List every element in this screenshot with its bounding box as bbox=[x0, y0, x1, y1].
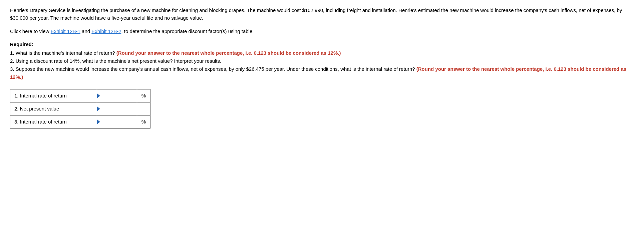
answer-table-section: 1. Internal rate of return%2. Net presen… bbox=[10, 89, 634, 129]
table-row: 2. Net present value bbox=[10, 102, 150, 115]
exhibit-12b2-link[interactable]: Exhibit 12B-2 bbox=[91, 28, 121, 34]
table-row: 3. Internal rate of return% bbox=[10, 115, 150, 128]
click-line: Click here to view Exhibit 12B-1 and Exh… bbox=[10, 28, 634, 35]
intro-paragraph: Henrie's Drapery Service is investigatin… bbox=[10, 7, 634, 22]
row-2-label: 2. Net present value bbox=[10, 102, 97, 115]
q1-prefix: 1. What is the machine's internal rate o… bbox=[10, 50, 116, 56]
click-prefix: Click here to view bbox=[10, 28, 51, 34]
question-1: 1. What is the machine's internal rate o… bbox=[10, 49, 634, 57]
row-2-triangle-icon bbox=[97, 106, 100, 111]
row-3-input[interactable] bbox=[97, 116, 137, 128]
row-1-label: 1. Internal rate of return bbox=[10, 89, 97, 102]
answer-table: 1. Internal rate of return%2. Net presen… bbox=[10, 89, 150, 129]
exhibit-12b1-link[interactable]: Exhibit 12B-1 bbox=[51, 28, 80, 34]
row-2-input[interactable] bbox=[97, 102, 137, 115]
click-connector: and bbox=[80, 28, 91, 34]
q3-prefix: 3. Suppose the new machine would increas… bbox=[10, 66, 416, 72]
row-2-percent bbox=[137, 102, 150, 115]
row-3-label: 3. Internal rate of return bbox=[10, 115, 97, 128]
row-3-percent: % bbox=[137, 115, 150, 128]
row-1-input[interactable] bbox=[97, 89, 137, 102]
row-1-input-cell[interactable] bbox=[97, 89, 137, 102]
required-label: Required: bbox=[10, 41, 634, 47]
click-suffix: , to determine the appropriate discount … bbox=[121, 28, 254, 34]
question-block: 1. What is the machine's internal rate o… bbox=[10, 49, 634, 81]
required-section: Required: 1. What is the machine's inter… bbox=[10, 41, 634, 81]
row-3-triangle-icon bbox=[97, 120, 100, 124]
question-3: 3. Suppose the new machine would increas… bbox=[10, 65, 634, 81]
row-3-input-cell[interactable] bbox=[97, 115, 137, 128]
row-1-percent: % bbox=[137, 89, 150, 102]
row-2-input-cell[interactable] bbox=[97, 102, 137, 115]
question-2: 2. Using a discount rate of 14%, what is… bbox=[10, 57, 634, 65]
q1-bold: (Round your answer to the nearest whole … bbox=[116, 50, 341, 56]
table-row: 1. Internal rate of return% bbox=[10, 89, 150, 102]
row-1-triangle-icon bbox=[97, 93, 100, 98]
